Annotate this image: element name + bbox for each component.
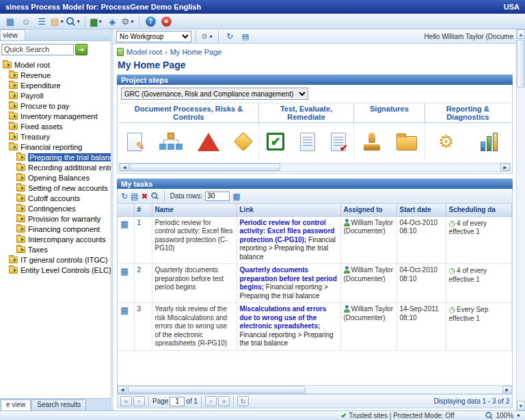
- zoom-level: 100%: [496, 412, 513, 419]
- tree-item[interactable]: Expenditure: [0, 80, 111, 90]
- org-chart-icon[interactable]: [159, 131, 181, 152]
- tree-item[interactable]: Opening Balances: [0, 172, 111, 183]
- project-steps-hscrollbar[interactable]: ◀ ▶: [119, 163, 511, 172]
- tree-item[interactable]: Payroll: [0, 90, 111, 101]
- tab-tree-view[interactable]: e view: [1, 399, 31, 410]
- tree-item[interactable]: Provision for warranty: [0, 213, 111, 224]
- chevron-down-icon: ▼: [76, 19, 81, 24]
- tasks-hscrollbar[interactable]: ◀ ▶: [118, 385, 512, 394]
- delete-icon[interactable]: ✖: [141, 192, 148, 201]
- stamp-icon[interactable]: [362, 131, 382, 152]
- evaluation-checklist-icon[interactable]: [331, 133, 346, 151]
- bar-chart-icon[interactable]: [481, 132, 498, 151]
- prev-page-button[interactable]: ‹: [133, 396, 145, 406]
- table-row[interactable]: ▦ 2 Quarterly documents preparation befo…: [118, 264, 512, 303]
- scroll-right-button[interactable]: ▶: [502, 386, 512, 393]
- help-icon[interactable]: ?: [144, 15, 157, 28]
- tree-item[interactable]: Contingencies: [0, 203, 111, 213]
- workgroup-select[interactable]: No Workgroup: [116, 31, 191, 42]
- search-binoculars-icon[interactable]: ▼: [66, 15, 81, 28]
- last-page-button[interactable]: »: [218, 396, 230, 406]
- breadcrumb-current-link[interactable]: My Home Page: [170, 48, 222, 56]
- breadcrumb-root-link[interactable]: Model root: [126, 48, 162, 56]
- main-vscrollbar[interactable]: ▲ ▼: [516, 29, 525, 410]
- scrollbar-thumb[interactable]: [130, 163, 280, 171]
- scroll-down-button[interactable]: ▼: [517, 401, 525, 410]
- columns-icon[interactable]: ▦: [232, 192, 240, 201]
- folder-menu-icon[interactable]: ▤▼: [51, 15, 64, 28]
- workgroup-settings-icon[interactable]: ⚙▼: [200, 30, 214, 43]
- scroll-left-button[interactable]: ◀: [120, 163, 129, 171]
- icon-column-header[interactable]: [118, 204, 134, 216]
- grid-view-icon[interactable]: ▦: [3, 15, 17, 28]
- tree-item[interactable]: Treasury: [0, 131, 111, 142]
- risk-triangle-icon[interactable]: [198, 133, 219, 151]
- signatures-folder-icon[interactable]: [396, 136, 417, 150]
- toolbar-separator: [164, 191, 165, 202]
- decision-diamond-icon[interactable]: [233, 132, 252, 151]
- diagram-icon[interactable]: ◈: [105, 15, 119, 28]
- tree-item[interactable]: Model root: [0, 60, 111, 70]
- task-link[interactable]: Miscalculations and errors due to wrong …: [240, 305, 327, 330]
- edit-document-icon[interactable]: [127, 133, 142, 151]
- zoom-control[interactable]: 100% ▼: [485, 411, 521, 420]
- project-steps-header: Project steps: [117, 75, 513, 85]
- start-column-header[interactable]: Start date: [396, 204, 446, 216]
- data-rows-input[interactable]: [205, 192, 230, 201]
- link-column-header[interactable]: Link: [237, 204, 340, 216]
- tools-menu-icon[interactable]: ⚙▼: [121, 15, 135, 28]
- tree-item[interactable]: Fixed assets: [0, 121, 111, 131]
- diagnostics-gear-icon[interactable]: ⚙: [438, 133, 454, 150]
- refresh-icon[interactable]: ↻: [223, 30, 237, 43]
- tree-item[interactable]: Financial reporting: [0, 142, 111, 152]
- table-row[interactable]: ▦ 1 Periodic review for control activity…: [118, 216, 512, 264]
- tree-item[interactable]: Entity Level Controls (ELC): [0, 265, 111, 275]
- add-user-icon[interactable]: ☺: [19, 15, 33, 28]
- search-icon[interactable]: [152, 192, 159, 199]
- refresh-icon[interactable]: ↻: [237, 396, 249, 406]
- scrollbar-thumb[interactable]: [517, 40, 525, 88]
- export-icon[interactable]: ▤: [131, 192, 138, 201]
- next-page-button[interactable]: ›: [205, 396, 217, 406]
- tree-item[interactable]: Intercompany accounts: [0, 234, 111, 244]
- tree-item[interactable]: Inventory management: [0, 111, 111, 121]
- document-list-icon[interactable]: [300, 133, 315, 151]
- search-go-button[interactable]: ➔: [75, 44, 88, 55]
- export-icon[interactable]: ▤: [239, 30, 252, 43]
- tree-item[interactable]: Revenue: [0, 70, 111, 80]
- test-checkbox-icon[interactable]: ✔: [267, 133, 284, 150]
- tree-item[interactable]: IT general controls (ITGC): [0, 254, 111, 265]
- scrollbar-thumb[interactable]: [128, 386, 306, 393]
- project-steps-panel: GRC (Governance, Risk and Compliance man…: [117, 85, 513, 174]
- tree-item[interactable]: Cutoff accounts: [0, 193, 111, 203]
- tree-item[interactable]: Setting of new accounts: [0, 183, 111, 193]
- tab-search-results[interactable]: Search results: [31, 399, 86, 410]
- breadcrumb: Model root › My Home Page: [117, 46, 513, 57]
- scroll-left-button[interactable]: ◀: [118, 386, 127, 393]
- tree-item[interactable]: Recording additional entries: [0, 162, 111, 172]
- page-of-label: of 1: [186, 397, 198, 405]
- exit-icon[interactable]: ✖: [159, 15, 173, 28]
- tree-item-selected[interactable]: Preparing the trial balance: [0, 152, 111, 162]
- project-steps-select[interactable]: GRC (Governance, Risk and Compliance man…: [121, 88, 308, 100]
- first-page-button[interactable]: «: [120, 396, 132, 406]
- refresh-icon[interactable]: ↻: [121, 192, 128, 201]
- quick-search-input[interactable]: [1, 44, 74, 55]
- breadcrumb-separator: ›: [165, 48, 167, 56]
- page-number-input[interactable]: [170, 397, 185, 406]
- scroll-up-button[interactable]: ▲: [517, 29, 525, 39]
- folder-icon: [16, 174, 25, 181]
- tree-item[interactable]: Procure to pay: [0, 101, 111, 111]
- table-row[interactable]: ▦ 3 Yearly risk review of the risk Misca…: [118, 303, 512, 351]
- chart-menu-icon[interactable]: ▆▼: [90, 15, 103, 28]
- hierarchy-icon[interactable]: ☰: [35, 15, 49, 28]
- tree-item[interactable]: Taxes: [0, 244, 111, 254]
- tab-tree-view-top[interactable]: view: [0, 29, 25, 40]
- assigned-column-header[interactable]: Assigned to: [340, 204, 396, 216]
- num-column-header[interactable]: #: [134, 204, 152, 216]
- scroll-right-button[interactable]: ▶: [500, 163, 510, 171]
- scrollbar-track[interactable]: [517, 88, 525, 401]
- name-column-header[interactable]: Name: [152, 204, 237, 216]
- tree-item[interactable]: Financing component: [0, 224, 111, 234]
- scheduling-column-header[interactable]: Scheduling da: [446, 204, 512, 216]
